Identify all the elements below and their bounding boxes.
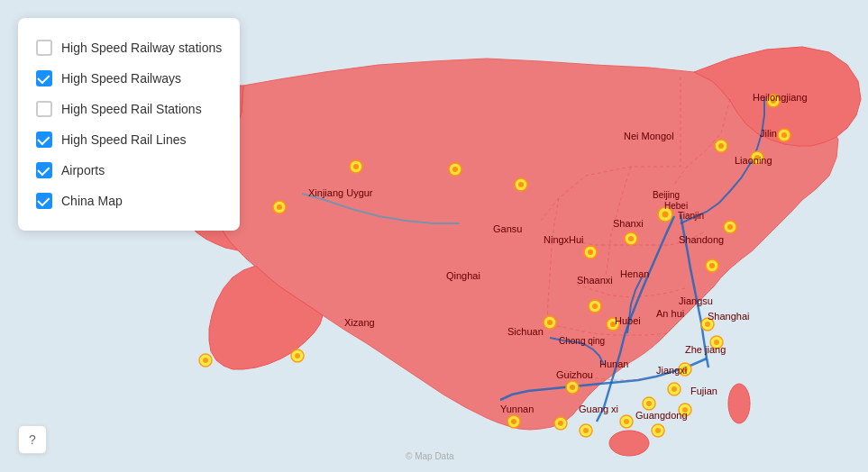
ningxia-label: Ningx bbox=[544, 234, 570, 245]
svg-point-20 bbox=[662, 212, 669, 218]
legend-label-airports: Airports bbox=[61, 163, 105, 177]
legend-label-high-speed-railways: High Speed Railways bbox=[61, 71, 181, 86]
neimengol-label: Nei Mongol bbox=[624, 131, 674, 141]
svg-point-2 bbox=[728, 384, 750, 423]
legend-item-railway-stations[interactable]: High Speed Railway stations bbox=[36, 32, 222, 63]
svg-point-1 bbox=[609, 431, 649, 456]
svg-point-40 bbox=[511, 419, 516, 424]
zhejiang-label: Zhe jiang bbox=[685, 344, 726, 355]
hunan-label: Hunan bbox=[599, 359, 628, 369]
legend-item-high-speed-railways[interactable]: High Speed Railways bbox=[36, 63, 222, 94]
chongqing-label: Chong qing bbox=[559, 336, 605, 346]
svg-point-32 bbox=[672, 386, 677, 392]
map-watermark: © Map Data bbox=[406, 451, 454, 461]
shanxi-label: Shanxi bbox=[613, 218, 644, 229]
guangxi-label: Guang xi bbox=[579, 404, 618, 414]
tianjin-label: Tianjin bbox=[678, 211, 704, 221]
gansu-label: Gansu bbox=[493, 223, 522, 234]
svg-point-62 bbox=[570, 385, 575, 390]
xinjiang-label: Xinjiang Uygur bbox=[308, 187, 373, 198]
legend-item-china-map[interactable]: China Map bbox=[36, 186, 222, 216]
svg-point-52 bbox=[781, 132, 787, 138]
shaanxi-label: Shaanxi bbox=[577, 275, 613, 286]
help-icon: ? bbox=[29, 432, 36, 447]
heilongjiang-label: Heilongjiang bbox=[753, 92, 808, 103]
fujian-label: Fujian bbox=[690, 386, 717, 396]
legend-label-railway-stations: High Speed Railway stations bbox=[61, 41, 222, 55]
checkbox-rail-lines[interactable] bbox=[36, 132, 52, 148]
henan-label: Henan bbox=[620, 268, 649, 279]
svg-point-44 bbox=[583, 428, 589, 433]
jiangxi-label: Jiangxi bbox=[656, 365, 687, 376]
svg-point-26 bbox=[705, 322, 710, 327]
svg-point-6 bbox=[353, 164, 359, 169]
svg-point-4 bbox=[277, 204, 282, 210]
svg-point-24 bbox=[709, 263, 715, 268]
svg-point-46 bbox=[624, 419, 629, 424]
sichuan-label: Sichuan bbox=[507, 326, 544, 337]
yunnan-label: Yunnan bbox=[500, 404, 534, 414]
hui-label: Hui bbox=[569, 234, 584, 245]
svg-point-16 bbox=[588, 250, 593, 255]
legend-label-rail-lines: High Speed Rail Lines bbox=[61, 132, 187, 147]
svg-point-34 bbox=[646, 401, 652, 406]
checkbox-high-speed-railways[interactable] bbox=[36, 70, 52, 86]
guizhou-label: Guizhou bbox=[556, 369, 593, 380]
svg-point-58 bbox=[592, 304, 598, 309]
svg-point-10 bbox=[518, 182, 524, 187]
legend-item-rail-stations[interactable]: High Speed Rail Stations bbox=[36, 94, 222, 124]
anhui-label: An hui bbox=[656, 308, 684, 319]
svg-point-38 bbox=[547, 320, 553, 325]
help-button[interactable]: ? bbox=[18, 425, 47, 454]
guangdong-label: Guangdong bbox=[635, 410, 688, 421]
svg-point-42 bbox=[558, 421, 563, 426]
hubei-label: Hubei bbox=[615, 315, 641, 326]
qinghai-label: Qinghai bbox=[446, 270, 480, 281]
checkbox-railway-stations[interactable] bbox=[36, 40, 52, 56]
checkbox-china-map[interactable] bbox=[36, 193, 52, 209]
checkbox-airports[interactable] bbox=[36, 162, 52, 178]
shanghai-label: Shanghai bbox=[708, 311, 750, 322]
legend-panel: High Speed Railway stations High Speed R… bbox=[18, 18, 240, 231]
checkbox-rail-stations[interactable] bbox=[36, 101, 52, 117]
svg-point-12 bbox=[295, 353, 300, 359]
legend-item-airports[interactable]: Airports bbox=[36, 155, 222, 186]
shandong-label: Shandong bbox=[679, 234, 724, 245]
jiangsu-label: Jiangsu bbox=[679, 295, 713, 306]
legend-label-rail-stations: High Speed Rail Stations bbox=[61, 102, 202, 116]
jilin-label: Jilin bbox=[760, 128, 777, 139]
svg-point-48 bbox=[655, 428, 661, 433]
svg-point-8 bbox=[452, 167, 458, 172]
svg-point-56 bbox=[718, 143, 724, 149]
svg-point-14 bbox=[203, 358, 208, 363]
legend-label-china-map: China Map bbox=[61, 194, 123, 208]
svg-point-18 bbox=[628, 236, 634, 241]
liaoning-label: Liaoning bbox=[735, 155, 772, 166]
beijing-label: Beijing bbox=[653, 190, 680, 200]
svg-point-22 bbox=[727, 224, 733, 230]
xizang-label: Xizang bbox=[344, 317, 375, 328]
hebei-label: Hebei bbox=[664, 201, 688, 211]
legend-item-rail-lines[interactable]: High Speed Rail Lines bbox=[36, 124, 222, 155]
